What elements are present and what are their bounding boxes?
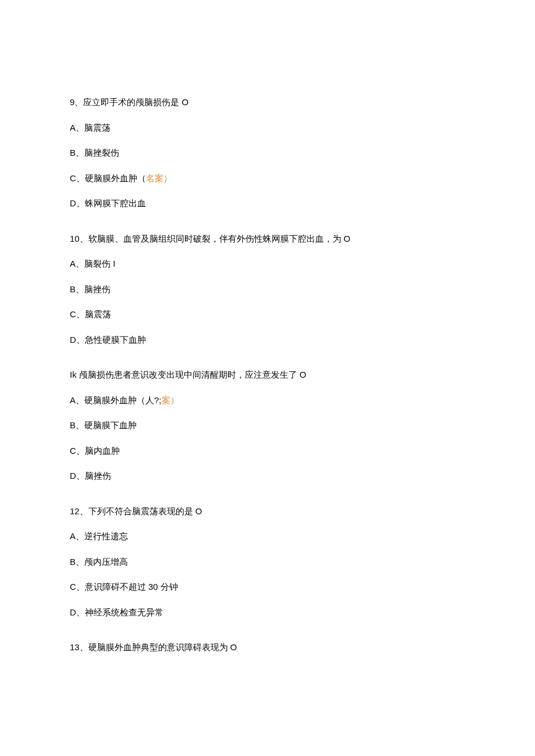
question-11: Ik 颅脑损伤患者意识改变出现中间清醒期时，应注意发生了 O A、硬脑膜外血肿（… [70, 368, 465, 483]
option-b: B、硬脑膜下血肿 [70, 419, 465, 432]
option-d: D、神经系统检查无异常 [70, 606, 465, 619]
option-b: B、脑挫裂伤 [70, 146, 465, 160]
option-c: C、脑内血肿 [70, 445, 465, 458]
question-9: 9、应立即手术的颅脑损伤是 O A、脑震荡 B、脑挫裂伤 C、硬脑膜外血肿（名案… [70, 96, 465, 210]
option-d: D、脑挫伤 [70, 470, 465, 483]
option-c: C、硬脑膜外血肿（名案） [70, 172, 465, 185]
option-c: C、脑震荡 [70, 308, 465, 321]
option-a: A、逆行性遗忘 [70, 530, 465, 543]
option-c: C、意识障碍不超过 30 分钟 [70, 581, 465, 594]
answer-mark: 案） [162, 395, 179, 405]
answer-mark: 名案） [146, 173, 172, 183]
question-stem: Ik 颅脑损伤患者意识改变出现中间清醒期时，应注意发生了 O [70, 368, 465, 382]
option-d: D、蛛网膜下腔出血 [70, 197, 465, 210]
question-stem: 10、软脑膜、血管及脑组织同时破裂，伴有外伤性蛛网膜下腔出血，为 O [70, 232, 465, 246]
option-d: D、急性硬膜下血肿 [70, 334, 465, 347]
option-a: A、脑裂伤 I [70, 257, 465, 271]
option-a-prefix: A、硬脑膜外血肿（人?; [70, 395, 162, 405]
question-stem: 9、应立即手术的颅脑损伤是 O [70, 96, 465, 109]
question-12: 12、下列不符合脑震荡表现的是 O A、逆行性遗忘 B、颅内压增高 C、意识障碍… [70, 505, 465, 619]
option-b: B、颅内压增高 [70, 556, 465, 569]
option-c-prefix: C、硬脑膜外血肿（ [70, 173, 146, 183]
question-stem: 12、下列不符合脑震荡表现的是 O [70, 505, 465, 518]
question-10: 10、软脑膜、血管及脑组织同时破裂，伴有外伤性蛛网膜下腔出血，为 O A、脑裂伤… [70, 232, 465, 347]
question-13: 13、硬脑膜外血肿典型的意识障碍表现为 O [70, 641, 465, 654]
option-a: A、硬脑膜外血肿（人?;案） [70, 394, 465, 407]
option-b: B、脑挫伤 [70, 283, 465, 296]
option-a: A、脑震荡 [70, 121, 465, 135]
question-stem: 13、硬脑膜外血肿典型的意识障碍表现为 O [70, 641, 465, 654]
